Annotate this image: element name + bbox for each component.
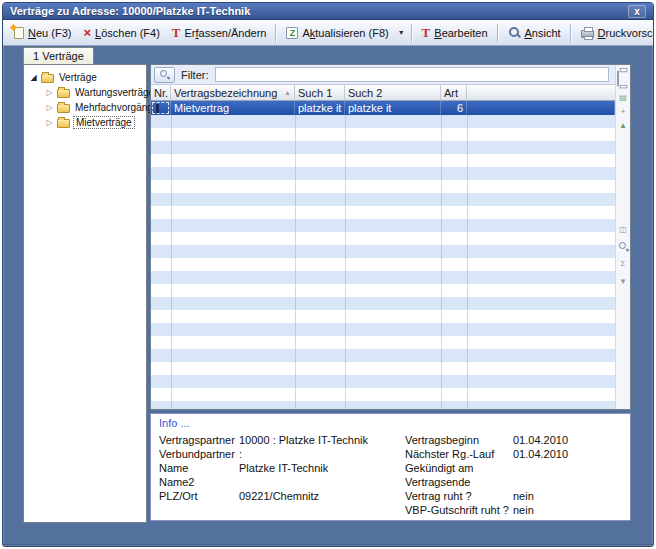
cell-such2[interactable]: platzke it [345, 101, 441, 115]
column-header-art[interactable]: Art [441, 85, 467, 100]
toolbar-separator [570, 24, 572, 42]
grid-column-line [345, 115, 346, 409]
column-header-such2[interactable]: Such 2 [345, 85, 441, 100]
grid-column-line [441, 115, 442, 409]
tree-expanded-icon[interactable]: ◢ [29, 73, 38, 82]
loeschen-button[interactable]: × Löschen (F4) [77, 24, 165, 42]
info-label: Verbundpartner [159, 448, 239, 460]
info-label: Vertragsende [405, 476, 513, 488]
erfassen-aendern-button[interactable]: T Erfassen/Ändern [166, 24, 273, 42]
fit-columns-icon[interactable]: ▤ [616, 93, 630, 103]
tree-item-label: Mehrfachvorgänge [73, 102, 160, 113]
tree-item-label: Wartungsverträge [73, 87, 156, 98]
zoom-icon[interactable] [618, 241, 629, 252]
info-value: nein [513, 490, 534, 502]
info-left-column: Vertragspartner10000 : Platzke IT-Techni… [159, 433, 404, 503]
toolbar: Neu (F3) × Löschen (F4) T Erfassen/Änder… [3, 20, 653, 46]
info-value: Platzke IT-Technik [239, 462, 328, 474]
toolbar-separator [275, 24, 277, 42]
info-row: Name2 [159, 475, 404, 489]
cell-art[interactable]: 6 [441, 101, 467, 115]
info-label: Vertrag ruht ? [405, 490, 513, 502]
sort-ascending-icon: ▲ [280, 89, 291, 96]
new-document-icon [14, 27, 24, 39]
label-mnemonic: B [434, 27, 441, 39]
tree-item-mietvertraege[interactable]: ▷ Mietverträge [24, 115, 146, 130]
info-value: : [239, 448, 242, 460]
tree-collapsed-icon[interactable]: ▷ [45, 103, 54, 112]
label-post: nsicht [532, 27, 561, 39]
search-icon [159, 69, 170, 80]
column-header-nr[interactable]: Nr. [151, 85, 171, 100]
screen: Verträge zu Adresse: 10000/Platzke IT-Te… [0, 0, 656, 549]
label-post: ruckvorschau [606, 27, 654, 39]
cell-nr[interactable] [151, 101, 171, 115]
label-mnemonic: A [525, 27, 532, 39]
label-post: assen/Ändern [199, 27, 267, 39]
info-label: Nächster Rg.-Lauf [405, 448, 513, 460]
sum-icon[interactable]: Σ [616, 259, 630, 269]
printer-icon [617, 71, 619, 87]
neu-button[interactable]: Neu (F3) [8, 24, 77, 42]
cell-vertragsbezeichnung[interactable]: Mietvertrag [171, 101, 295, 115]
delete-icon: × [83, 27, 91, 39]
button-label: Aktualisieren (F8) [302, 27, 388, 39]
grid-side-toolbar: ▤ + ▲ ◫ Σ ▼ [615, 65, 630, 409]
filter-bar: Filter: [151, 65, 615, 85]
table-row-selected[interactable]: Mietvertrag platzke it platzke it 6 [151, 101, 615, 115]
info-row: Nächster Rg.-Lauf01.04.2010 [405, 447, 625, 461]
tree-item-vertraege[interactable]: ◢ Verträge [24, 70, 146, 85]
refresh-dropdown-arrow[interactable]: ▼ [395, 27, 408, 38]
refresh-icon: Z [286, 27, 298, 39]
info-right-column: Vertragsbeginn01.04.2010 Nächster Rg.-La… [405, 433, 625, 517]
info-row: Verbundpartner: [159, 447, 404, 461]
folder-icon [41, 74, 54, 83]
column-header-label: Vertragsbezeichnung [174, 87, 277, 99]
ansicht-button[interactable]: Ansicht [502, 23, 567, 42]
column-header-such1[interactable]: Such 1 [295, 85, 345, 100]
tree-item-mehrfachvorgaenge[interactable]: ▷ Mehrfachvorgänge [24, 100, 146, 115]
bearbeiten-button[interactable]: T Bearbeiten [416, 24, 494, 42]
button-label: Druckvorschau [598, 27, 654, 39]
info-row: Vertrag ruht ?nein [405, 489, 625, 503]
folder-icon [57, 89, 70, 98]
column-header-vertragsbezeichnung[interactable]: Vertragsbezeichnung ▲ [171, 85, 295, 100]
aktualisieren-button[interactable]: Z Aktualisieren (F8) [280, 24, 394, 42]
tab-vertraege[interactable]: 1 Verträge [23, 47, 94, 65]
tree-item-label: Verträge [57, 72, 99, 83]
info-row: Gekündigt am [405, 461, 625, 475]
info-label: Vertragspartner [159, 434, 239, 446]
magnifier-icon [508, 26, 521, 39]
label-post: tualisieren (F8) [315, 27, 388, 39]
druckvorschau-button[interactable]: Druckvorschau [575, 24, 654, 42]
info-row: PLZ/Ort09221/Chemnitz [159, 489, 404, 503]
label-pre: A [302, 27, 309, 39]
cell-filler [467, 101, 615, 115]
info-label: Name [159, 462, 239, 474]
tree-item-wartungsvertraege[interactable]: ▷ Wartungsverträge [24, 85, 146, 100]
info-value: 01.04.2010 [513, 434, 568, 446]
label-mnemonic: D [598, 27, 606, 39]
info-label: PLZ/Ort [159, 490, 239, 502]
filter-icon[interactable]: ▼ [616, 277, 630, 287]
button-label: Bearbeiten [434, 27, 487, 39]
filter-search-button[interactable] [154, 67, 175, 83]
filter-input[interactable] [215, 67, 610, 82]
tree-collapsed-icon[interactable]: ▷ [45, 88, 54, 97]
tree-collapsed-icon[interactable]: ▷ [45, 118, 54, 127]
cell-such1[interactable]: platzke it [295, 101, 345, 115]
print-grid-button[interactable] [617, 71, 619, 86]
label-post: eu (F3) [36, 27, 71, 39]
info-row: NamePlatzke IT-Technik [159, 461, 404, 475]
scroll-top-icon[interactable]: ▲ [616, 121, 630, 131]
info-row: VBP-Gutschrift ruht ?nein [405, 503, 625, 517]
filter-label: Filter: [181, 69, 209, 81]
columns-icon[interactable]: ◫ [616, 225, 630, 235]
folder-icon [57, 104, 70, 113]
close-button[interactable]: x [628, 5, 646, 18]
printer-icon [581, 30, 594, 38]
info-panel: Info ... Vertragspartner10000 : Platzke … [150, 413, 631, 521]
info-value: 01.04.2010 [513, 448, 568, 460]
contracts-window: Verträge zu Adresse: 10000/Platzke IT-Te… [2, 2, 654, 547]
expand-icon[interactable]: + [616, 107, 630, 117]
